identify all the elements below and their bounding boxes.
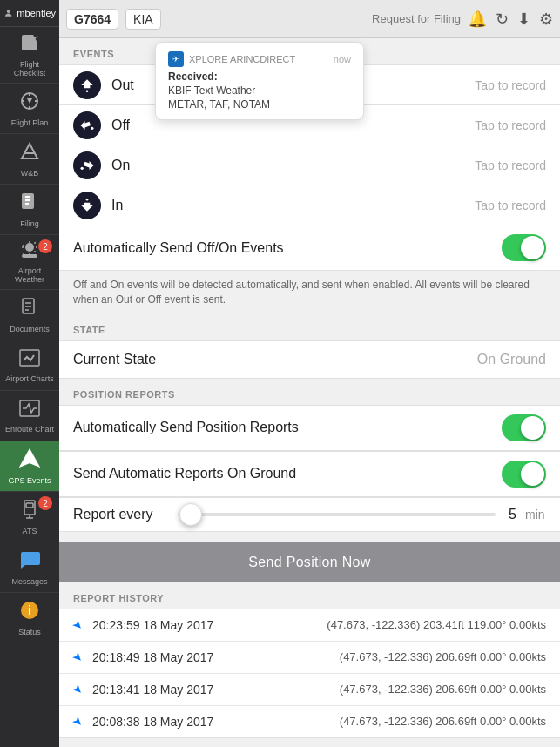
download-icon[interactable]: ⬇: [517, 10, 530, 29]
sidebar-item-status[interactable]: i Status: [0, 593, 59, 643]
sidebar-item-flight-checklist[interactable]: Flight Checklist: [0, 27, 59, 84]
on-icon: [73, 151, 101, 179]
current-state-label: Current State: [73, 352, 477, 367]
auto-send-toggle[interactable]: [502, 234, 546, 261]
documents-icon: [20, 297, 39, 323]
out-icon: [73, 71, 101, 99]
history-arrow-icon-2: ➤: [70, 681, 87, 698]
history-arrow-icon-3: ➤: [70, 713, 87, 730]
history-list: ➤ 20:23:59 18 May 2017 (47.673, -122.336…: [59, 609, 560, 738]
filing-icon: [20, 192, 39, 218]
svg-point-26: [86, 199, 89, 201]
user-icon: [3, 7, 13, 19]
app-name: XPLORE ARINCDIRECT: [189, 54, 295, 64]
sidebar-label: Documents: [10, 325, 50, 333]
sidebar-item-messages[interactable]: Messages: [0, 542, 59, 593]
send-position-button[interactable]: Send Position Now: [59, 542, 560, 582]
app-icon: ✈: [168, 51, 184, 67]
ats-badge: 2: [38, 496, 52, 510]
svg-point-25: [81, 166, 84, 169]
notification-icon[interactable]: 🔔: [468, 10, 487, 29]
auto-position-toggle-row[interactable]: Automatically Send Position Reports: [59, 405, 560, 451]
current-state-value: On Ground: [477, 352, 546, 367]
sidebar-item-flight-plan[interactable]: Flight Plan: [0, 84, 59, 134]
svg-text:i: i: [28, 603, 31, 617]
notification-popup: ✈ XPLORE ARINCDIRECT now Received: KBIF …: [155, 42, 364, 120]
checklist-icon: [19, 32, 40, 58]
auto-send-label: Automatically Send Off/On Events: [73, 240, 502, 256]
report-every-label: Report every: [73, 507, 169, 522]
flight-plan-icon: [19, 91, 40, 117]
report-slider-thumb[interactable]: [179, 503, 202, 526]
sidebar-item-filing[interactable]: Filing: [0, 185, 59, 235]
sidebar-label: Messages: [11, 577, 47, 586]
main-content: G7664 KIA Request for Filing 🔔 ↻ ⬇ ⚙ ✈ X…: [59, 0, 560, 747]
topbar-icons: 🔔 ↻ ⬇ ⚙: [468, 10, 553, 29]
current-state-row: Current State On Ground: [59, 340, 560, 379]
history-data-0: (47.673, -122.336) 203.41ft 119.00° 0.00…: [232, 618, 546, 631]
event-on-label: On: [111, 158, 475, 173]
notification-body-line1: KBIF Text Weather: [168, 84, 351, 97]
in-icon: [73, 192, 101, 219]
history-row-3: ➤ 20:08:38 18 May 2017 (47.673, -122.336…: [59, 705, 560, 737]
event-off-action: Tap to record: [475, 118, 546, 132]
auto-position-toggle[interactable]: [502, 414, 546, 441]
svg-rect-5: [25, 196, 30, 198]
sidebar-item-enroute-chart[interactable]: Enroute Chart: [0, 391, 59, 441]
sidebar-item-gps-events[interactable]: GPS Events: [0, 441, 59, 492]
notification-header: ✈ XPLORE ARINCDIRECT now: [168, 51, 351, 67]
history-row-1: ➤ 20:18:49 18 May 2017 (47.673, -122.336…: [59, 641, 560, 673]
airport-id[interactable]: KIA: [125, 9, 161, 30]
history-time-0: 20:23:59 18 May 2017: [92, 618, 223, 632]
history-data-1: (47.673, -122.336) 206.69ft 0.00° 0.00kt…: [232, 650, 546, 663]
sidebar-item-documents[interactable]: Documents: [0, 290, 59, 340]
history-section-label: REPORT HISTORY: [59, 582, 560, 609]
sidebar-label: Filing: [20, 219, 39, 228]
topbar: G7664 KIA Request for Filing 🔔 ↻ ⬇ ⚙: [59, 0, 560, 38]
history-row-2: ➤ 20:13:41 18 May 2017 (47.673, -122.336…: [59, 673, 560, 705]
auto-position-label: Automatically Send Position Reports: [73, 420, 502, 435]
weather-icon: [18, 240, 41, 265]
event-on-action: Tap to record: [475, 158, 546, 172]
send-on-ground-toggle-row[interactable]: Send Automatic Reports On Ground: [59, 451, 560, 497]
sidebar-label: Airport Weather: [15, 266, 44, 284]
history-arrow-icon-1: ➤: [70, 649, 87, 666]
svg-rect-14: [20, 350, 39, 366]
wb-icon: [19, 141, 40, 167]
flight-id[interactable]: G7664: [66, 9, 118, 30]
refresh-icon[interactable]: ↻: [496, 10, 509, 29]
svg-point-0: [7, 10, 10, 13]
notification-body-line2: METAR, TAF, NOTAM: [168, 98, 351, 111]
username-label: mbentley: [17, 8, 56, 18]
report-every-value: 5: [504, 507, 516, 522]
sidebar-item-airport-charts[interactable]: Airport Charts: [0, 340, 59, 391]
events-info-text: Off and On events will be detected autom…: [59, 271, 560, 314]
history-data-3: (47.673, -122.336) 206.69ft 0.00° 0.00kt…: [232, 715, 546, 728]
svg-marker-16: [21, 450, 38, 466]
history-arrow-icon-0: ➤: [70, 616, 87, 634]
sidebar-item-airport-weather[interactable]: 2 Airport Weather: [0, 235, 59, 290]
off-icon: [73, 111, 101, 139]
sidebar-item-wb[interactable]: W&B: [0, 134, 59, 185]
report-slider-track[interactable]: [178, 513, 496, 516]
auto-send-toggle-row[interactable]: Automatically Send Off/On Events: [59, 225, 560, 271]
event-row-on[interactable]: On Tap to record: [59, 145, 560, 185]
sidebar-user: mbentley: [0, 0, 59, 27]
sidebar-item-ats[interactable]: 2 ATS: [0, 492, 59, 542]
history-time-3: 20:08:38 18 May 2017: [92, 715, 223, 729]
sidebar-label: GPS Events: [8, 476, 51, 485]
svg-point-23: [86, 90, 89, 92]
content-area: EVENTS Out Tap to record Off Tap to reco…: [59, 38, 560, 747]
sidebar-label: Flight Plan: [11, 118, 49, 127]
history-data-2: (47.673, -122.336) 206.69ft 0.00° 0.00kt…: [232, 683, 546, 696]
history-row-0: ➤ 20:23:59 18 May 2017 (47.673, -122.336…: [59, 609, 560, 641]
state-section-label: STATE: [59, 314, 560, 340]
sidebar-label: Flight Checklist: [14, 60, 46, 77]
filing-text[interactable]: Request for Filing: [372, 12, 461, 25]
event-row-in[interactable]: In Tap to record: [59, 185, 560, 225]
sidebar: mbentley Flight Checklist Flight Plan W&…: [0, 0, 59, 747]
send-on-ground-toggle[interactable]: [502, 461, 546, 488]
settings-icon[interactable]: ⚙: [539, 10, 553, 29]
sidebar-label: Status: [18, 628, 41, 636]
sidebar-label: Airport Charts: [5, 374, 54, 383]
